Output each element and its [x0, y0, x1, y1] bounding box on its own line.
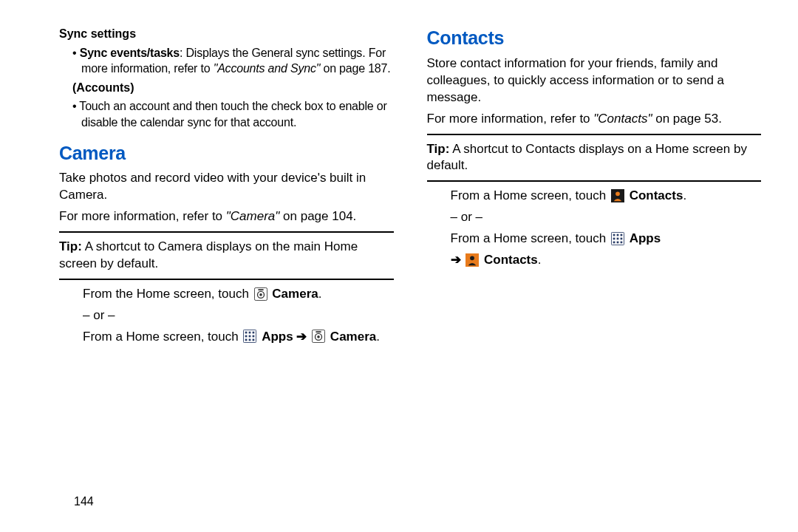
svg-rect-29: [621, 241, 623, 243]
svg-rect-13: [253, 339, 255, 341]
svg-rect-9: [249, 335, 251, 338]
svg-rect-5: [245, 332, 248, 334]
svg-rect-8: [245, 335, 248, 338]
svg-rect-23: [621, 233, 623, 236]
svg-rect-12: [249, 339, 251, 341]
divider: [59, 231, 394, 233]
or-separator: – or –: [451, 209, 762, 226]
svg-rect-11: [245, 339, 248, 341]
contacts-description: Store contact information for your frien…: [427, 55, 762, 106]
camera-description: Take photos and record video with your d…: [59, 170, 394, 204]
or-separator: – or –: [83, 307, 394, 324]
contacts-heading: Contacts: [427, 26, 762, 51]
svg-rect-26: [621, 237, 623, 239]
svg-rect-3: [258, 289, 263, 290]
contacts-step-1: From a Home screen, touch Contacts.: [451, 188, 762, 205]
divider: [427, 180, 762, 182]
contacts-steps: From a Home screen, touch Contacts. – or…: [427, 188, 762, 269]
left-column: Sync settings Sync events/tasks: Display…: [59, 26, 394, 350]
camera-step-1: From the Home screen, touch Camera.: [83, 286, 394, 303]
svg-rect-25: [617, 237, 619, 239]
svg-point-2: [259, 293, 262, 296]
camera-crossref: For more information, refer to "Camera" …: [59, 208, 394, 225]
apps-icon: [243, 330, 256, 343]
svg-point-19: [615, 191, 620, 196]
page-number: 144: [74, 494, 94, 510]
svg-point-31: [470, 256, 474, 260]
camera-tip: Tip: A shortcut to Camera displays on th…: [59, 239, 394, 273]
svg-rect-24: [613, 237, 615, 239]
svg-rect-22: [617, 233, 619, 236]
svg-rect-17: [316, 332, 321, 333]
svg-rect-6: [249, 332, 251, 334]
accounts-bullet: Touch an account and then touch the chec…: [59, 98, 394, 130]
svg-rect-7: [253, 332, 255, 334]
camera-icon: [254, 287, 267, 301]
camera-heading: Camera: [59, 141, 394, 166]
contacts-tip: Tip: A shortcut to Contacts displays on …: [427, 141, 762, 175]
sync-settings-heading: Sync settings: [59, 26, 394, 42]
svg-rect-21: [613, 233, 615, 236]
accounts-heading: (Accounts): [59, 80, 394, 96]
contacts-crossref: For more information, refer to "Contacts…: [427, 111, 762, 128]
arrow-icon: ➔: [296, 330, 307, 344]
camera-step-2: From a Home screen, touch Apps ➔ Camera.: [83, 329, 394, 346]
camera-steps: From the Home screen, touch Camera. – or…: [59, 286, 394, 346]
sync-events-label: Sync events/tasks: [80, 47, 180, 59]
svg-point-16: [317, 335, 320, 338]
contacts-step-2a: From a Home screen, touch Apps: [451, 231, 762, 248]
camera-icon: [312, 330, 325, 343]
svg-rect-10: [253, 335, 255, 338]
right-column: Contacts Store contact information for y…: [427, 26, 762, 350]
divider: [59, 279, 394, 280]
divider: [427, 134, 762, 135]
contacts-icon: [611, 189, 624, 202]
accounts-sync-ref: "Accounts and Sync": [214, 62, 321, 75]
svg-rect-27: [613, 241, 615, 243]
sync-events-bullet: Sync events/tasks: Displays the General …: [59, 45, 394, 77]
contacts-step-2b: ➔ Contacts.: [451, 252, 762, 269]
contacts-icon: [466, 253, 479, 267]
apps-icon: [611, 232, 624, 245]
svg-rect-28: [617, 241, 619, 243]
arrow-icon: ➔: [451, 253, 461, 267]
